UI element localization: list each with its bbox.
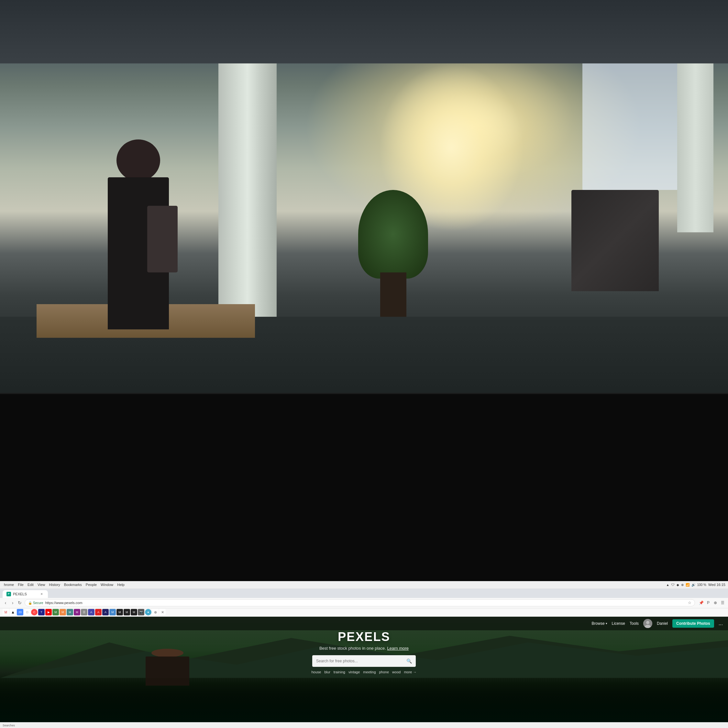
- person-silhouette: [95, 139, 182, 329]
- office-background: [0, 0, 349, 349]
- ceiling: [0, 0, 349, 63]
